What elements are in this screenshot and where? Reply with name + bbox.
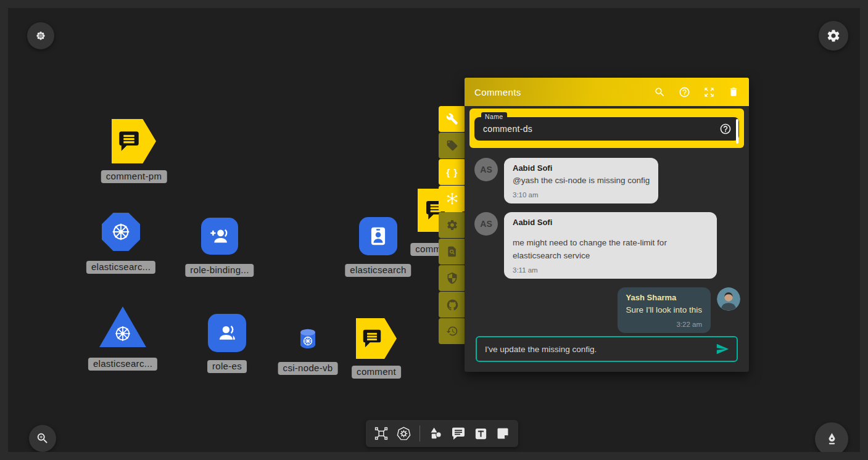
node-label: elasticsearc... — [88, 358, 157, 371]
chat-message: Yash Sharma Sure I'll look into this 3:2… — [474, 287, 740, 333]
design-canvas[interactable]: comment-pm elasticsearc... role-binding.… — [8, 8, 860, 452]
comment-thread[interactable]: AS Aabid Sofi @yash the csi-node is miss… — [465, 152, 749, 336]
comment-input-value: I've update the missing config. — [485, 345, 716, 354]
node-label: comment — [352, 366, 401, 379]
kubernetes-icon — [112, 323, 133, 344]
users-icon — [215, 321, 239, 345]
toolbar-labels-button[interactable] — [439, 133, 466, 158]
toolbar-github-button[interactable] — [439, 292, 466, 318]
comment-icon — [360, 327, 384, 350]
message-author: Aabid Sofi — [513, 218, 708, 227]
node-label: role-binding... — [185, 264, 254, 277]
wrench-icon — [446, 113, 458, 125]
shield-icon — [446, 272, 458, 284]
message-time: 3:22 am — [626, 321, 702, 328]
avatar-photo — [717, 287, 740, 311]
toolbar-json-button[interactable]: { } — [439, 159, 466, 185]
note-tool-icon — [495, 426, 510, 441]
comment-tool-icon — [451, 426, 466, 441]
tool-note[interactable] — [495, 426, 510, 441]
comments-panel: Comments Name comment-ds — [465, 78, 749, 372]
comment-input[interactable]: I've update the missing config. — [476, 336, 738, 362]
hub-icon — [445, 192, 459, 205]
message-bubble: Aabid Sofi @yash the csi-node is missing… — [504, 158, 658, 203]
history-icon — [446, 325, 458, 337]
toolbar-relationships-button[interactable] — [439, 186, 466, 212]
gear-icon — [826, 28, 841, 43]
node-comment-pm[interactable] — [112, 119, 156, 163]
tool-node-graph[interactable] — [374, 426, 389, 441]
node-action-toolbar: { } — [439, 106, 466, 345]
canvas-tools-toolbar — [366, 420, 518, 447]
toolbar-settings-button[interactable] — [439, 212, 466, 238]
name-input[interactable]: Name comment-ds — [474, 117, 739, 141]
node-label: elasticsearc... — [86, 261, 155, 274]
flower-gear-icon — [34, 29, 48, 43]
service-account-badge-icon — [366, 224, 390, 248]
app-menu-button[interactable] — [27, 22, 54, 49]
toolbar-divider — [420, 425, 420, 442]
add-user-icon — [208, 224, 231, 248]
message-text: Sure I'll look into this — [626, 304, 702, 316]
message-author: Aabid Sofi — [513, 163, 650, 173]
message-bubble: Aabid Sofi me might need to change the r… — [504, 212, 717, 279]
tool-comment[interactable] — [451, 426, 466, 441]
node-elasticsearch[interactable] — [359, 217, 397, 255]
message-author: Yash Sharma — [626, 293, 702, 302]
text-tool-icon — [474, 427, 488, 441]
node-role-binding[interactable] — [201, 218, 238, 255]
zoom-button[interactable] — [29, 425, 56, 452]
zoom-in-icon — [36, 432, 49, 445]
message-bubble: Yash Sharma Sure I'll look into this 3:2… — [618, 287, 711, 333]
panel-actions — [654, 86, 739, 98]
github-icon — [446, 298, 459, 311]
node-role-es[interactable] — [208, 314, 246, 352]
name-field-label: Name — [481, 112, 507, 121]
toolbar-configure-button[interactable] — [439, 106, 466, 132]
help-icon[interactable] — [719, 123, 732, 135]
node-label: comment-pm — [101, 170, 167, 183]
tool-kubernetes[interactable] — [396, 426, 411, 442]
panel-title: Comments — [474, 87, 521, 97]
toolbar-inspect-button[interactable] — [439, 239, 466, 265]
pen-nib-icon — [824, 431, 840, 448]
doc-search-icon — [446, 245, 458, 258]
node-label: role-es — [207, 360, 247, 373]
node-label: csi-node-vb — [278, 362, 338, 375]
tool-text[interactable] — [474, 427, 488, 441]
node-elasticsearch-triangle[interactable] — [99, 306, 146, 347]
panel-scrollbar[interactable] — [736, 119, 738, 144]
message-time: 3:11 am — [513, 266, 708, 274]
chat-message: AS Aabid Sofi me might need to change th… — [474, 212, 740, 279]
kubernetes-icon — [396, 426, 411, 442]
toolbar-policy-button[interactable] — [439, 265, 466, 291]
name-field-wrapper: Name comment-ds — [469, 109, 744, 148]
node-csi-node-vb[interactable] — [298, 327, 318, 351]
storage-cylinder-icon — [298, 327, 318, 351]
tag-icon — [446, 139, 458, 152]
braces-icon: { } — [447, 167, 458, 178]
avatar: AS — [474, 212, 498, 236]
node-elasticsearch-octagon[interactable] — [102, 213, 140, 251]
settings-button[interactable] — [819, 21, 848, 51]
node-comment[interactable] — [356, 318, 397, 359]
toolbar-history-button[interactable] — [439, 318, 466, 344]
send-icon[interactable] — [716, 342, 729, 356]
node-label: elasticsearch — [345, 264, 411, 277]
kubernetes-icon — [109, 220, 133, 244]
message-text: @yash the csi-node is missing config — [513, 175, 650, 187]
node-graph-icon — [374, 426, 389, 441]
gear-icon — [446, 219, 458, 231]
expand-icon[interactable] — [703, 86, 715, 98]
name-field-value: comment-ds — [483, 124, 532, 134]
draw-button[interactable] — [815, 422, 848, 452]
comment-icon — [116, 128, 142, 154]
comments-panel-header[interactable]: Comments — [465, 78, 749, 106]
shapes-icon — [428, 426, 444, 442]
search-icon[interactable] — [654, 86, 666, 98]
help-icon[interactable] — [679, 86, 690, 98]
trash-icon[interactable] — [728, 86, 739, 97]
message-text: me might need to change the rate-limit f… — [513, 237, 708, 262]
user-photo-icon — [717, 287, 740, 311]
tool-shapes[interactable] — [428, 426, 444, 442]
